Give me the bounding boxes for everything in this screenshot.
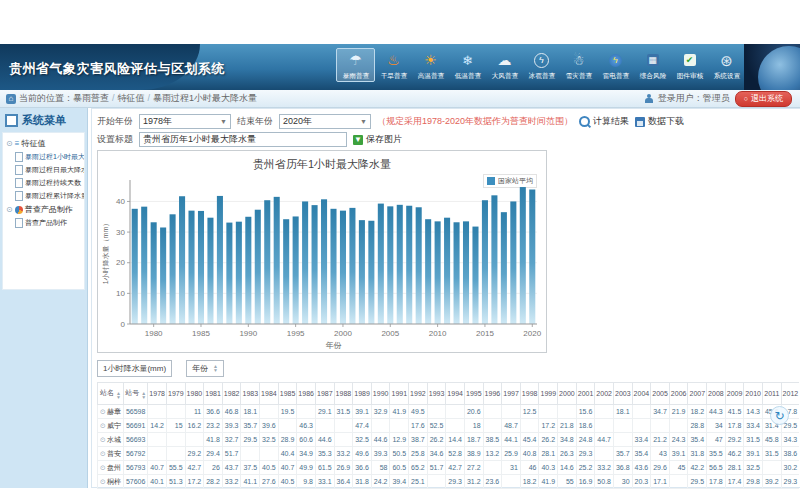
set-title-label: 设置标题 [97, 133, 133, 146]
breadcrumb-item[interactable]: 特征值 [118, 93, 145, 103]
col-header-year[interactable]: 2006 [669, 383, 688, 405]
breadcrumb-item[interactable]: 暴雨过程1小时最大降水量 [153, 93, 257, 103]
table-row[interactable]: ⊙普安5679229.229.451.740.434.935.333.249.6… [98, 447, 800, 461]
data-download-button[interactable]: 数据下载 [635, 115, 684, 128]
col-header-station[interactable]: 站名▲▼ [98, 383, 124, 405]
nav-item-rainstorm[interactable]: ☂暴雨普查 [336, 48, 375, 82]
breadcrumb-item[interactable]: 暴雨普查 [73, 93, 109, 103]
nav-item-lightning[interactable]: ϟ雷电普查 [597, 48, 634, 82]
table-row[interactable]: ⊙盘州5679340.755.542.72643.737.540.540.749… [98, 461, 800, 475]
tree-item[interactable]: 暴雨过程累计降水量 [15, 191, 83, 201]
value-cell: 44.7 [595, 433, 614, 447]
value-type-filter[interactable]: 1小时降水量(mm) [97, 360, 172, 377]
col-header-year[interactable]: 2002 [595, 383, 614, 405]
value-cell [446, 405, 465, 419]
tree-item[interactable]: 暴雨过程1小时最大降水量 [15, 152, 83, 162]
col-header-year[interactable]: 1997 [502, 383, 521, 405]
nav-item-drought[interactable]: ♨干旱普查 [375, 48, 412, 82]
col-header-year[interactable]: 1989 [353, 383, 372, 405]
tree-item[interactable]: 暴雨过程持续天数 [15, 178, 83, 188]
col-header-year[interactable]: 2005 [651, 383, 670, 405]
col-header-year[interactable]: 2000 [558, 383, 577, 405]
row-expand-icon[interactable]: ⊙ [100, 408, 106, 415]
col-header-year[interactable]: 2003 [613, 383, 632, 405]
col-header-year[interactable]: 1996 [483, 383, 502, 405]
start-year-select[interactable]: 1978年▼ [139, 114, 231, 129]
value-cell: 21.2 [651, 433, 670, 447]
col-header-year[interactable]: 2009 [725, 383, 744, 405]
nav-item-snow[interactable]: ☃雪灾普查 [560, 48, 597, 82]
nav-item-label: 雪灾普查 [565, 71, 592, 81]
col-header-year[interactable]: 1998 [520, 383, 539, 405]
table-row[interactable]: ⊙桐梓5760640.151.317.228.233.241.127.640.5… [98, 475, 800, 489]
value-cell: 15.6 [576, 405, 595, 419]
col-header-year[interactable]: 1991 [390, 383, 409, 405]
col-header-year[interactable]: 1979 [166, 383, 185, 405]
col-header-year[interactable]: 2008 [707, 383, 726, 405]
col-header-year[interactable]: 2012 [781, 383, 799, 405]
col-header-year[interactable]: 1978 [148, 383, 167, 405]
col-header-year[interactable]: 2010 [744, 383, 763, 405]
row-expand-icon[interactable]: ⊙ [100, 436, 106, 443]
col-header-year[interactable]: 2004 [632, 383, 651, 405]
value-cell: 35.7 [241, 419, 260, 433]
col-header-year[interactable]: 1984 [260, 383, 279, 405]
nav-item-heat[interactable]: ☀高温普查 [412, 48, 449, 82]
col-header-year[interactable]: 2001 [576, 383, 595, 405]
tree-item[interactable]: 普查产品制作 [15, 218, 83, 228]
table-row[interactable]: ⊙赫章565981136.646.818.119.529.131.539.132… [98, 405, 800, 419]
nav-item-risk[interactable]: ▦综合风险 [634, 48, 671, 82]
app-header: 贵州省气象灾害风险评估与区划系统 ☂暴雨普查♨干旱普查☀高温普查❄低温普查☁大风… [0, 44, 800, 90]
col-header-year[interactable]: 1995 [464, 383, 483, 405]
col-header-year[interactable]: 1983 [241, 383, 260, 405]
end-year-select[interactable]: 2020年▼ [279, 114, 371, 129]
logout-button[interactable]: ○退出系统 [735, 91, 792, 107]
value-cell: 16.2 [185, 419, 204, 433]
nav-item-map-audit[interactable]: ✔图件审核 [671, 48, 708, 82]
col-header-year[interactable]: 1986 [297, 383, 316, 405]
value-cell: 39.1 [353, 405, 372, 419]
col-header-year[interactable]: 1981 [204, 383, 223, 405]
year-sort-filter[interactable]: 年份 ▲▼ [186, 360, 224, 377]
col-header-year[interactable]: 2011 [762, 383, 781, 405]
table-row[interactable]: ⊙威宁5669114.21516.223.239.335.739.646.347… [98, 419, 800, 433]
value-cell: 36.6 [204, 405, 223, 419]
svg-text:2000: 2000 [334, 329, 352, 338]
col-header-year[interactable]: 2007 [688, 383, 707, 405]
col-header-year[interactable]: 1982 [222, 383, 241, 405]
tree-group-0[interactable]: ⊙≡特征值 [6, 138, 83, 149]
col-header-year[interactable]: 1993 [427, 383, 446, 405]
nav-item-coldwave[interactable]: ❄低温普查 [449, 48, 486, 82]
save-image-button[interactable]: ▼ 保存图片 [353, 133, 402, 146]
tree-item[interactable]: 暴雨过程日最大降水量 [15, 165, 83, 175]
tree-group-1[interactable]: ⊙普查产品制作 [6, 204, 83, 215]
col-header-year[interactable]: 1990 [371, 383, 390, 405]
col-header-id[interactable]: 站号▲▼ [123, 383, 147, 405]
nav-item-settings[interactable]: ⊛系统设置 [708, 48, 745, 82]
table-row[interactable]: ⊙水城5669341.832.729.532.528.960.644.632.5… [98, 433, 800, 447]
value-cell: 40.3 [539, 461, 558, 475]
col-header-year[interactable]: 1999 [539, 383, 558, 405]
row-expand-icon[interactable]: ⊙ [100, 422, 106, 429]
col-header-year[interactable]: 1980 [185, 383, 204, 405]
row-expand-icon[interactable]: ⊙ [100, 464, 106, 471]
col-header-year[interactable]: 1994 [446, 383, 465, 405]
col-header-year[interactable]: 1992 [409, 383, 428, 405]
expand-toggle-icon[interactable]: ⊙ [6, 205, 13, 214]
col-header-year[interactable]: 1987 [315, 383, 334, 405]
row-expand-icon[interactable]: ⊙ [100, 478, 106, 485]
value-cell [669, 475, 688, 489]
value-cell: 47.4 [353, 419, 372, 433]
nav-item-gale[interactable]: ☁大风普查 [486, 48, 523, 82]
nav-item-hail[interactable]: ϟ冰雹普查 [523, 48, 560, 82]
col-header-year[interactable]: 1988 [334, 383, 353, 405]
row-expand-icon[interactable]: ⊙ [100, 450, 106, 457]
station-name-cell: ⊙盘州 [98, 461, 124, 475]
chart-title-input[interactable]: 贵州省历年1小时最大降水量 [139, 132, 347, 147]
value-cell [651, 419, 670, 433]
value-cell: 40.4 [278, 447, 297, 461]
col-header-year[interactable]: 1985 [278, 383, 297, 405]
expand-toggle-icon[interactable]: ⊙ [6, 139, 13, 148]
value-cell: 46.8 [222, 405, 241, 419]
calculate-button[interactable]: 计算结果 [579, 115, 629, 128]
